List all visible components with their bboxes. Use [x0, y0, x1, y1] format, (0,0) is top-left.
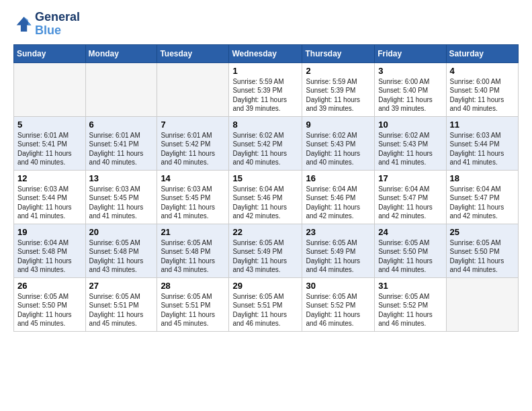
page: General Blue SundayMondayTuesdayWednesda… [0, 0, 532, 342]
day-info: Sunrise: 6:05 AM Sunset: 5:50 PM Dayligh… [17, 292, 82, 328]
day-info: Sunrise: 6:03 AM Sunset: 5:44 PM Dayligh… [17, 185, 82, 221]
day-info: Sunrise: 6:01 AM Sunset: 5:41 PM Dayligh… [89, 131, 154, 167]
day-info: Sunrise: 6:05 AM Sunset: 5:49 PM Dayligh… [306, 238, 371, 275]
day-number: 15 [232, 173, 298, 183]
calendar-cell [14, 62, 86, 116]
day-number: 16 [306, 173, 371, 183]
calendar-cell: 18Sunrise: 6:04 AM Sunset: 5:47 PM Dayli… [446, 170, 518, 224]
calendar-cell: 2Sunrise: 5:59 AM Sunset: 5:39 PM Daylig… [302, 62, 375, 116]
header: General Blue [13, 11, 519, 38]
day-info: Sunrise: 6:03 AM Sunset: 5:45 PM Dayligh… [161, 185, 225, 221]
day-info: Sunrise: 6:05 AM Sunset: 5:48 PM Dayligh… [161, 238, 225, 275]
calendar-cell [446, 277, 518, 331]
day-info: Sunrise: 6:05 AM Sunset: 5:52 PM Dayligh… [306, 292, 371, 328]
weekday-header: Sunday [14, 44, 86, 62]
calendar-cell: 8Sunrise: 6:02 AM Sunset: 5:42 PM Daylig… [229, 116, 302, 170]
day-info: Sunrise: 6:05 AM Sunset: 5:51 PM Dayligh… [89, 292, 154, 328]
day-info: Sunrise: 6:03 AM Sunset: 5:44 PM Dayligh… [450, 131, 515, 167]
day-info: Sunrise: 6:04 AM Sunset: 5:46 PM Dayligh… [232, 185, 298, 221]
day-number: 1 [232, 66, 298, 76]
calendar-week-row: 19Sunrise: 6:04 AM Sunset: 5:48 PM Dayli… [14, 224, 519, 277]
weekday-header: Thursday [302, 44, 375, 62]
day-number: 6 [89, 120, 154, 130]
calendar-cell: 30Sunrise: 6:05 AM Sunset: 5:52 PM Dayli… [302, 277, 375, 331]
day-info: Sunrise: 6:05 AM Sunset: 5:51 PM Dayligh… [232, 292, 298, 328]
day-number: 18 [450, 173, 515, 183]
weekday-header: Monday [85, 44, 157, 62]
calendar-cell: 13Sunrise: 6:03 AM Sunset: 5:45 PM Dayli… [85, 170, 157, 224]
calendar-cell: 29Sunrise: 6:05 AM Sunset: 5:51 PM Dayli… [229, 277, 302, 331]
day-info: Sunrise: 6:00 AM Sunset: 5:40 PM Dayligh… [378, 77, 442, 113]
day-number: 13 [89, 173, 154, 183]
day-info: Sunrise: 6:03 AM Sunset: 5:45 PM Dayligh… [89, 185, 154, 221]
day-info: Sunrise: 5:59 AM Sunset: 5:39 PM Dayligh… [232, 77, 298, 113]
day-number: 25 [450, 227, 515, 237]
day-number: 10 [378, 120, 442, 130]
day-number: 31 [378, 281, 442, 291]
calendar-cell: 16Sunrise: 6:04 AM Sunset: 5:46 PM Dayli… [302, 170, 375, 224]
day-info: Sunrise: 6:04 AM Sunset: 5:47 PM Dayligh… [378, 185, 442, 221]
calendar-cell [85, 62, 157, 116]
weekday-header: Saturday [446, 44, 518, 62]
day-number: 20 [89, 227, 154, 237]
day-info: Sunrise: 6:05 AM Sunset: 5:52 PM Dayligh… [378, 292, 442, 328]
day-number: 4 [450, 66, 515, 76]
day-number: 11 [450, 120, 515, 130]
calendar-cell: 21Sunrise: 6:05 AM Sunset: 5:48 PM Dayli… [157, 224, 229, 277]
day-info: Sunrise: 6:05 AM Sunset: 5:49 PM Dayligh… [232, 238, 298, 275]
day-info: Sunrise: 6:00 AM Sunset: 5:40 PM Dayligh… [450, 77, 515, 113]
calendar-cell: 27Sunrise: 6:05 AM Sunset: 5:51 PM Dayli… [85, 277, 157, 331]
day-info: Sunrise: 6:05 AM Sunset: 5:50 PM Dayligh… [378, 238, 442, 275]
calendar-cell: 17Sunrise: 6:04 AM Sunset: 5:47 PM Dayli… [375, 170, 446, 224]
day-number: 17 [378, 173, 442, 183]
day-number: 22 [232, 227, 298, 237]
day-number: 19 [17, 227, 82, 237]
calendar-cell: 28Sunrise: 6:05 AM Sunset: 5:51 PM Dayli… [157, 277, 229, 331]
calendar-week-row: 12Sunrise: 6:03 AM Sunset: 5:44 PM Dayli… [14, 170, 519, 224]
day-number: 9 [306, 120, 371, 130]
day-number: 5 [17, 120, 82, 130]
day-info: Sunrise: 6:01 AM Sunset: 5:42 PM Dayligh… [161, 131, 225, 167]
calendar-cell: 1Sunrise: 5:59 AM Sunset: 5:39 PM Daylig… [229, 62, 302, 116]
day-info: Sunrise: 6:01 AM Sunset: 5:41 PM Dayligh… [17, 131, 82, 167]
calendar-cell: 25Sunrise: 6:05 AM Sunset: 5:50 PM Dayli… [446, 224, 518, 277]
day-info: Sunrise: 6:04 AM Sunset: 5:48 PM Dayligh… [17, 238, 82, 275]
calendar-cell: 26Sunrise: 6:05 AM Sunset: 5:50 PM Dayli… [14, 277, 86, 331]
calendar-week-row: 26Sunrise: 6:05 AM Sunset: 5:50 PM Dayli… [14, 277, 519, 331]
calendar-cell: 20Sunrise: 6:05 AM Sunset: 5:48 PM Dayli… [85, 224, 157, 277]
calendar-cell: 10Sunrise: 6:02 AM Sunset: 5:43 PM Dayli… [375, 116, 446, 170]
day-info: Sunrise: 6:05 AM Sunset: 5:48 PM Dayligh… [89, 238, 154, 275]
day-info: Sunrise: 5:59 AM Sunset: 5:39 PM Dayligh… [306, 77, 371, 113]
day-info: Sunrise: 6:05 AM Sunset: 5:50 PM Dayligh… [450, 238, 515, 275]
day-number: 14 [161, 173, 225, 183]
calendar-week-row: 5Sunrise: 6:01 AM Sunset: 5:41 PM Daylig… [14, 116, 519, 170]
weekday-header: Friday [375, 44, 446, 62]
day-number: 8 [232, 120, 298, 130]
calendar-cell: 23Sunrise: 6:05 AM Sunset: 5:49 PM Dayli… [302, 224, 375, 277]
calendar-cell: 9Sunrise: 6:02 AM Sunset: 5:43 PM Daylig… [302, 116, 375, 170]
calendar-cell: 11Sunrise: 6:03 AM Sunset: 5:44 PM Dayli… [446, 116, 518, 170]
day-info: Sunrise: 6:02 AM Sunset: 5:42 PM Dayligh… [232, 131, 298, 167]
day-number: 27 [89, 281, 154, 291]
calendar-cell: 14Sunrise: 6:03 AM Sunset: 5:45 PM Dayli… [157, 170, 229, 224]
logo-text: General Blue [35, 11, 80, 38]
day-info: Sunrise: 6:05 AM Sunset: 5:51 PM Dayligh… [161, 292, 225, 328]
calendar-cell: 24Sunrise: 6:05 AM Sunset: 5:50 PM Dayli… [375, 224, 446, 277]
day-info: Sunrise: 6:04 AM Sunset: 5:46 PM Dayligh… [306, 185, 371, 221]
day-number: 26 [17, 281, 82, 291]
day-info: Sunrise: 6:02 AM Sunset: 5:43 PM Dayligh… [378, 131, 442, 167]
calendar-cell: 4Sunrise: 6:00 AM Sunset: 5:40 PM Daylig… [446, 62, 518, 116]
calendar-cell: 6Sunrise: 6:01 AM Sunset: 5:41 PM Daylig… [85, 116, 157, 170]
calendar-cell: 12Sunrise: 6:03 AM Sunset: 5:44 PM Dayli… [14, 170, 86, 224]
logo-icon [13, 15, 32, 34]
calendar-cell: 15Sunrise: 6:04 AM Sunset: 5:46 PM Dayli… [229, 170, 302, 224]
calendar-cell: 3Sunrise: 6:00 AM Sunset: 5:40 PM Daylig… [375, 62, 446, 116]
day-info: Sunrise: 6:02 AM Sunset: 5:43 PM Dayligh… [306, 131, 371, 167]
day-number: 2 [306, 66, 371, 76]
calendar-cell [157, 62, 229, 116]
day-info: Sunrise: 6:04 AM Sunset: 5:47 PM Dayligh… [450, 185, 515, 221]
day-number: 21 [161, 227, 225, 237]
calendar-cell: 7Sunrise: 6:01 AM Sunset: 5:42 PM Daylig… [157, 116, 229, 170]
logo: General Blue [13, 11, 80, 38]
calendar-table: SundayMondayTuesdayWednesdayThursdayFrid… [13, 44, 519, 332]
